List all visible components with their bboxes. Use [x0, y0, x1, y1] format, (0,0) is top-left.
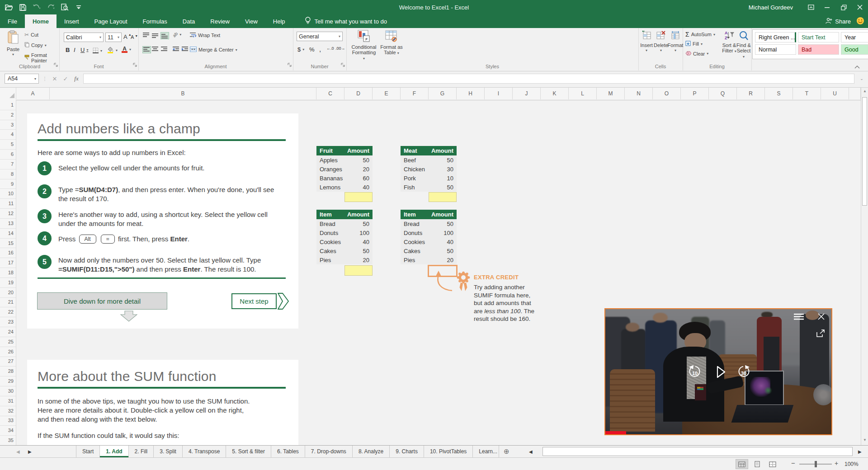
sheet-tab-7-drop-downs[interactable]: 7. Drop-downs	[305, 446, 353, 457]
row-header-10[interactable]: 10	[0, 188, 16, 199]
row-header-9[interactable]: 9	[0, 179, 16, 189]
column-header-H[interactable]: H	[457, 87, 485, 99]
ribbon-tab-data[interactable]: Data	[175, 14, 203, 28]
fill-button[interactable]: Fill▾	[685, 41, 703, 47]
column-header-M[interactable]: M	[597, 87, 625, 99]
row-header-24[interactable]: 24	[0, 327, 16, 337]
column-header-B[interactable]: B	[50, 87, 316, 99]
align-center-icon[interactable]	[152, 47, 159, 52]
font-color-button[interactable]: A▾	[122, 47, 131, 53]
zoom-in-icon[interactable]: +	[835, 460, 838, 467]
row-header-6[interactable]: 6	[0, 149, 16, 160]
vertical-scrollbar[interactable]: ▲ ▼	[861, 87, 868, 445]
video-player[interactable]: 10 30	[604, 308, 832, 435]
close-button[interactable]	[852, 0, 868, 14]
table-row[interactable]: Pies20	[316, 255, 373, 264]
row-header-29[interactable]: 29	[0, 376, 16, 386]
row-header-31[interactable]: 31	[0, 396, 16, 406]
sumif-yellow-cell[interactable]	[344, 265, 373, 276]
zoom-out-icon[interactable]: −	[791, 459, 795, 467]
prev-sheet-icon[interactable]: ◀	[16, 449, 20, 454]
scroll-down-icon[interactable]: ▼	[863, 438, 867, 442]
ribbon-tab-page-layout[interactable]: Page Layout	[87, 14, 135, 28]
scroll-up-icon[interactable]: ▲	[863, 89, 867, 93]
row-header-20[interactable]: 20	[0, 287, 16, 298]
column-header-D[interactable]: D	[344, 87, 373, 99]
table-header-row[interactable]: ItemAmount	[316, 210, 373, 219]
namebox-splitter[interactable]: ⋮	[42, 74, 47, 84]
format-as-table-button[interactable]: Format as Table ▾	[379, 30, 404, 56]
row-header-25[interactable]: 25	[0, 337, 16, 347]
column-header-S[interactable]: S	[765, 87, 793, 99]
table-row[interactable]: Cookies40	[401, 237, 457, 246]
hscroll-right-icon[interactable]: ▶	[858, 449, 862, 454]
decrease-decimal-button[interactable]: .00→	[335, 46, 345, 51]
confirm-entry-icon[interactable]: ✓	[61, 74, 71, 84]
orientation-button[interactable]: ab▾	[173, 32, 181, 37]
sheet-tab-8-analyze[interactable]: 8. Analyze	[353, 446, 390, 457]
row-header-22[interactable]: 22	[0, 307, 16, 317]
merge-center-button[interactable]: Merge & Center▾	[190, 47, 237, 53]
sheet-tab-10-pivottables[interactable]: 10. PivotTables	[424, 446, 473, 457]
paste-button[interactable]: Paste ▾	[4, 30, 23, 57]
column-header-N[interactable]: N	[625, 87, 653, 99]
table-row[interactable]: Oranges20	[316, 164, 373, 174]
row-header-3[interactable]: 3	[0, 120, 16, 130]
column-header-K[interactable]: K	[541, 87, 569, 99]
row-header-7[interactable]: 7	[0, 159, 16, 169]
shrink-font-button[interactable]: A▼	[131, 34, 139, 40]
page-layout-view-icon[interactable]	[751, 460, 763, 469]
style-year[interactable]: Year	[841, 32, 868, 42]
percent-style-button[interactable]: %	[309, 46, 315, 53]
ribbon-tab-file[interactable]: File	[0, 14, 25, 28]
video-progress-bar[interactable]	[605, 431, 626, 434]
ribbon-tab-home[interactable]: Home	[25, 14, 57, 28]
find-select-button[interactable]: Find & Select ▾	[736, 30, 751, 60]
meat-sum-yellow-cell[interactable]	[429, 192, 457, 202]
page-break-view-icon[interactable]	[767, 460, 778, 469]
table-row[interactable]: Cakes50	[401, 246, 457, 255]
fill-color-button[interactable]: ▾	[107, 47, 118, 54]
row-header-23[interactable]: 23	[0, 317, 16, 327]
row-header-12[interactable]: 12	[0, 208, 16, 219]
style-bad[interactable]: Bad	[798, 44, 839, 55]
name-box[interactable]: A54▾	[5, 74, 39, 84]
horizontal-scroll-thumb[interactable]	[542, 447, 853, 456]
minimize-button[interactable]	[819, 0, 835, 14]
table-row[interactable]: Bread50	[401, 219, 457, 228]
column-header-G[interactable]: G	[429, 87, 457, 99]
restore-button[interactable]	[835, 0, 852, 14]
table-row[interactable]: Donuts100	[401, 228, 457, 237]
format-cells-button[interactable]: Format▾	[668, 31, 683, 53]
ribbon-tab-formulas[interactable]: Formulas	[135, 14, 175, 28]
table-row[interactable]: Chicken30	[401, 164, 457, 174]
font-family-select[interactable]: Calibri▾	[64, 33, 104, 42]
comma-style-button[interactable]: ,	[319, 45, 321, 53]
row-header-19[interactable]: 19	[0, 277, 16, 288]
column-header-L[interactable]: L	[569, 87, 597, 99]
autosum-button[interactable]: ΣAutoSum▾	[685, 31, 715, 38]
table-row[interactable]: Apples50	[316, 155, 373, 164]
column-header-C[interactable]: C	[316, 87, 344, 99]
row-header-27[interactable]: 27	[0, 357, 16, 367]
collapse-ribbon-icon[interactable]	[854, 62, 860, 70]
column-header-E[interactable]: E	[373, 87, 401, 99]
row-header-13[interactable]: 13	[0, 218, 16, 229]
video-close-icon[interactable]	[816, 312, 826, 321]
play-icon[interactable]	[715, 365, 727, 379]
increase-indent-icon[interactable]	[182, 47, 189, 52]
table-row[interactable]: Cakes50	[316, 246, 373, 255]
row-header-2[interactable]: 2	[0, 110, 16, 120]
row-header-16[interactable]: 16	[0, 248, 16, 258]
table-row[interactable]: Bread50	[316, 219, 373, 228]
row-header-26[interactable]: 26	[0, 347, 16, 357]
italic-button[interactable]: I	[74, 47, 75, 53]
row-header-32[interactable]: 32	[0, 406, 16, 416]
number-format-select[interactable]: General▾	[297, 32, 343, 41]
zoom-level[interactable]: 100%	[844, 461, 859, 467]
table-header-row[interactable]: ItemAmount	[401, 210, 457, 219]
delete-cells-button[interactable]: Delete▾	[654, 31, 668, 53]
sheet-tab-9-charts[interactable]: 9. Charts	[390, 446, 424, 457]
normal-view-icon[interactable]	[736, 460, 748, 469]
table-header-row[interactable]: MeatAmount	[401, 146, 457, 155]
